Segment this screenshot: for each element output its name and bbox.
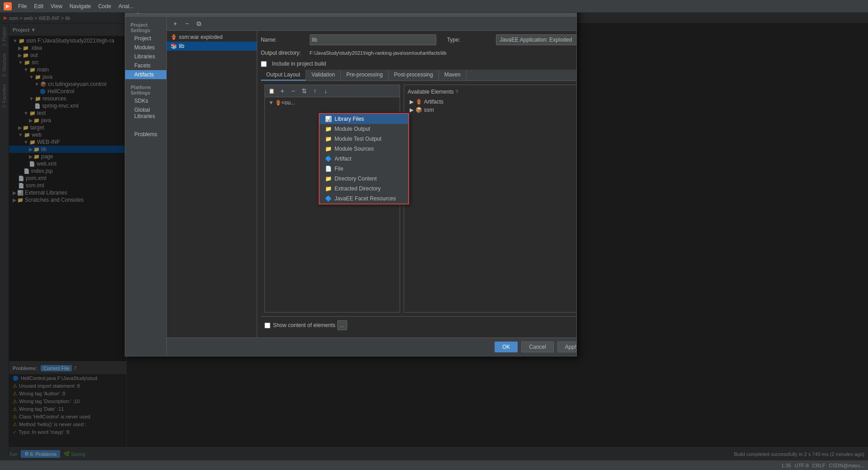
output-icon: 🏺 [275,100,282,106]
menu-file[interactable]: File [14,2,30,10]
info-icon: ? [456,89,458,95]
tab-validation[interactable]: Validation [306,70,341,81]
output-up-btn[interactable]: ↑ [310,86,320,96]
nav-libraries[interactable]: Libraries [125,52,166,61]
artifact-lib[interactable]: 📚 lib [167,42,257,51]
tabs-bar: Output Layout Validation Pre-processing … [261,70,576,81]
dropdown-artifact[interactable]: 🔷 Artifact [320,154,408,164]
war-icon: 🏺 [170,34,177,40]
app-icon: ▶ [4,2,12,10]
output-tree-item[interactable]: ▼ 🏺 <ou... [267,99,398,106]
extracted-label: Extracted Directory [335,185,381,192]
show-content-row: Show content of elements ... [261,316,576,334]
tab-maven[interactable]: Maven [439,70,467,81]
javaee-label: JavaEE Facet Resources [335,195,396,202]
nav-problems[interactable]: Problems [125,130,166,139]
avail-header: Available Elements ? [408,89,576,95]
dropdown-extracted-dir[interactable]: 📁 Extracted Directory [320,184,408,194]
menu-navigate[interactable]: Navigate [66,2,94,10]
file-icon: 📄 [325,166,332,172]
file-label: File [335,166,343,172]
output-dir-row: Output directory: F:\JavaStudy\study2021… [261,48,576,58]
output-tree-toolbar: 📋 + − ⇅ ↑ ↓ [265,85,400,97]
artifact-label: lib [179,43,184,49]
line-sep: CRLF [812,463,826,468]
copy-artifact-btn[interactable]: ⧉ [194,19,204,28]
artifact-icon: 🔷 [325,156,332,162]
module-output-label: Module Output [335,126,370,132]
lib-files-label: Library Files [335,116,364,122]
output-add2-btn[interactable]: + [278,86,288,96]
module-sources-label: Module Sources [335,146,374,152]
dropdown-module-output[interactable]: 📁 Module Output [320,124,408,134]
project-settings-section: Project Settings [125,20,166,34]
encoding: UTF-8 [795,463,809,468]
nav-artifacts[interactable]: Artifacts [125,70,166,79]
module-test-label: Module Test Output [335,136,382,142]
nav-project[interactable]: Project [125,34,166,43]
menu-anal[interactable]: Anal... [115,2,137,10]
avail-artifacts-label: Artifacts [424,99,443,105]
avail-ssm-icon: 📦 [415,107,422,113]
show-content-label: Show content of elements [273,322,335,328]
expand-icon: ▼ [269,100,274,106]
show-content-checkbox[interactable] [264,323,270,328]
avail-header-label: Available Elements [408,89,454,95]
name-row: Name: Type: JavaEE Application: Exploded [261,34,576,45]
nav-global-libs[interactable]: Global Libraries [125,105,166,121]
remove-artifact-btn[interactable]: − [182,19,192,28]
avail-artifacts-cat[interactable]: ▶ 🏺 Artifacts [408,98,576,106]
menu-code[interactable]: Code [94,2,115,10]
include-checkbox[interactable] [261,61,267,67]
tab-preprocessing[interactable]: Pre-processing [341,70,389,81]
type-select[interactable]: JavaEE Application: Exploded [496,34,576,45]
module-sources-icon: 📁 [325,146,332,152]
cancel-button[interactable]: Cancel [521,342,553,352]
output-sort-btn[interactable]: ⇅ [299,86,309,96]
dropdown-javaee-facet[interactable]: 🔷 JavaEE Facet Resources [320,194,408,204]
apply-button[interactable]: Apply [557,342,576,352]
lib-files-icon: 📊 [325,116,332,122]
artifacts-list: 🏺 ssm:war exploded 📚 lib [167,31,257,337]
tab-output-layout[interactable]: Output Layout [261,70,306,81]
dropdown-file[interactable]: 📄 File [320,164,408,174]
dropdown-module-sources[interactable]: 📁 Module Sources [320,144,408,154]
lib-icon: 📚 [170,43,177,49]
menu-edit[interactable]: Edit [30,2,47,10]
right-text: CSDN@mayu... [829,463,864,468]
avail-ssm-cat[interactable]: ▶ 📦 ssm [408,106,576,114]
dir-content-icon: 📁 [325,176,332,182]
javaee-icon: 🔷 [325,195,332,202]
name-label: Name: [261,37,306,43]
nav-sdks[interactable]: SDKs [125,96,166,105]
artifact-label: Artifact [335,156,351,162]
menu-bar: ▶ File Edit View Navigate Code Anal... [0,0,868,13]
dir-content-label: Directory Content [335,176,377,182]
dropdown-menu: 📊 Library Files 📁 Module Output 📁 Module… [319,113,409,204]
artifact-war-exploded[interactable]: 🏺 ssm:war exploded [167,33,257,42]
show-content-more-btn[interactable]: ... [337,320,347,330]
module-test-icon: 📁 [325,136,332,142]
settings-nav: Project Settings Project Modules Librari… [125,17,167,356]
output-down-btn[interactable]: ↓ [321,86,331,96]
tab-postprocessing[interactable]: Post-processing [389,70,439,81]
output-add-btn[interactable]: 📋 [267,86,277,96]
dropdown-module-test-output[interactable]: 📁 Module Test Output [320,134,408,144]
output-layout-area: 📋 + − ⇅ ↑ ↓ ▼ 🏺 < [261,81,576,316]
available-elements: Available Elements ? ▶ 🏺 Artifacts ▶ 📦 [404,85,576,313]
menu-view[interactable]: View [47,2,66,10]
extracted-icon: 📁 [325,185,332,192]
nav-facets[interactable]: Facets [125,61,166,70]
type-label: Type: [447,37,492,43]
artifact-config: Name: Type: JavaEE Application: Exploded… [257,31,576,337]
include-row: Include in project build [261,61,576,67]
ok-button[interactable]: OK [495,342,518,352]
line-col: 1:35 [781,463,791,468]
dropdown-dir-content[interactable]: 📁 Directory Content [320,174,408,184]
name-input[interactable] [310,34,436,45]
dropdown-library-files[interactable]: 📊 Library Files [320,114,408,124]
nav-modules[interactable]: Modules [125,43,166,52]
status-bar: 1:35 UTF-8 CRLF CSDN@mayu... [0,460,868,470]
output-remove-btn[interactable]: − [288,86,298,96]
add-artifact-btn[interactable]: + [170,19,180,28]
